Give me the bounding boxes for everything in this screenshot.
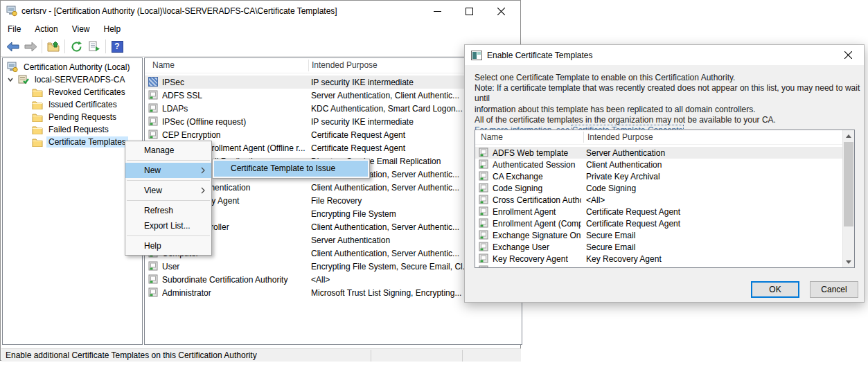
titlebar[interactable]: certsrv - [Certification Authority (Loca…: [1, 1, 520, 21]
maximize-icon: [466, 8, 473, 15]
ok-button[interactable]: OK: [751, 281, 799, 298]
table-row[interactable]: Code SigningCode Signing: [475, 182, 842, 194]
menu-item-new[interactable]: New: [125, 163, 211, 178]
scrollbar-thumb[interactable]: [844, 142, 853, 226]
table-row[interactable]: Cross Certification Authority<All>: [475, 194, 842, 206]
menu-item-view[interactable]: View: [125, 183, 211, 198]
back-arrow-icon: [6, 42, 19, 52]
cell-name: ADFS SSL: [162, 91, 306, 100]
menu-item-label: Export List...: [144, 221, 191, 231]
certsrv-window: certsrv - [Certification Authority (Loca…: [0, 0, 521, 361]
tree-item-root[interactable]: Certification Authority (Local): [7, 61, 132, 73]
folder-icon: [32, 88, 43, 97]
console-tree-button[interactable]: [44, 38, 62, 55]
minimize-button[interactable]: [421, 1, 453, 21]
template-icon: [148, 103, 158, 113]
dialog-description: Select one Certificate Template to enabl…: [475, 73, 864, 136]
status-separator: [462, 350, 463, 362]
template-icon: [479, 171, 488, 181]
cell-name: Enrollment Agent (Computer): [493, 219, 581, 229]
console-tree-pane: Certification Authority (Local) local-SE…: [2, 57, 143, 345]
dialog-titlebar[interactable]: Enable Certificate Templates: [465, 45, 864, 65]
template-icon: [479, 159, 488, 169]
chevron-down-icon[interactable]: [7, 76, 14, 83]
table-row[interactable]: Exchange UserSecure Email: [475, 241, 842, 253]
tree-label: Certification Authority (Local): [21, 62, 132, 73]
cell-name: IPSec (Offline request): [162, 117, 306, 127]
menu-item-export-list[interactable]: Export List...: [125, 218, 211, 233]
menubar: File Action View Help: [1, 21, 520, 37]
folder-up-icon: [47, 41, 60, 52]
close-icon: [844, 51, 852, 59]
refresh-button[interactable]: [67, 38, 85, 55]
minimize-icon: [434, 8, 441, 15]
template-icon: [148, 90, 158, 100]
scroll-down-button[interactable]: [843, 256, 854, 267]
description-line: Select one Certificate Template to enabl…: [475, 73, 864, 83]
description-line: information about this template has been…: [475, 105, 864, 115]
cell-name: Subordinate Certification Authority: [162, 275, 306, 285]
table-row[interactable]: Enrollment AgentCertificate Request Agen…: [475, 206, 842, 217]
tree-item-failed-requests[interactable]: Failed Requests: [32, 123, 111, 136]
tree-item-ca[interactable]: local-SERVERADFS-CA: [7, 73, 127, 86]
dialog-close-button[interactable]: [833, 45, 862, 65]
menu-item-certificate-template-to-issue[interactable]: Certificate Template to Issue: [214, 161, 368, 177]
table-row[interactable]: Key Recovery AgentKey Recovery Agent: [475, 253, 842, 265]
tree-item-revoked-certificates[interactable]: Revoked Certificates: [32, 86, 127, 98]
scroll-up-button[interactable]: [843, 130, 854, 141]
table-row[interactable]: CA ExchangePrivate Key Archival: [475, 170, 842, 182]
menu-help[interactable]: Help: [97, 22, 128, 36]
menu-view[interactable]: View: [65, 22, 97, 36]
forward-button[interactable]: [21, 38, 39, 55]
cell-name: Enrollment Agent: [493, 207, 581, 217]
header-underline: [475, 144, 842, 145]
menu-file[interactable]: File: [1, 22, 28, 36]
vertical-scrollbar[interactable]: [842, 130, 854, 267]
column-header-name[interactable]: Name: [152, 58, 175, 73]
menu-separator: [127, 235, 210, 236]
export-list-button[interactable]: [85, 38, 103, 55]
status-bar: Enable additional Certificate Templates …: [1, 348, 521, 362]
cell-name: CEP Encryption: [162, 130, 306, 140]
table-row[interactable]: Exchange Signature OnlySecure Email: [475, 229, 842, 241]
column-header-intended-purpose[interactable]: Intended Purpose: [312, 58, 378, 73]
cell-name: IPSec: [162, 78, 306, 87]
dialog-window-icon: [471, 51, 482, 60]
column-header-intended-purpose[interactable]: Intended Purpose: [587, 130, 653, 144]
maximize-button[interactable]: [453, 1, 485, 21]
ca-server-icon: [18, 74, 29, 85]
tree-item-pending-requests[interactable]: Pending Requests: [32, 111, 118, 123]
submenu-arrow-icon: [201, 167, 205, 174]
table-row[interactable]: Enrollment Agent (Computer)Certificate R…: [475, 217, 842, 229]
table-row[interactable]: OCSP Response SigningOCSP Signing: [475, 265, 842, 268]
table-row[interactable]: Authenticated SessionClient Authenticati…: [475, 159, 842, 170]
menu-item-help[interactable]: Help: [125, 238, 211, 253]
cell-name: Exchange Signature Only: [493, 231, 581, 240]
tree-label: local-SERVERADFS-CA: [33, 74, 127, 85]
back-button[interactable]: [3, 38, 21, 55]
menu-separator: [127, 180, 210, 181]
menu-separator: [127, 160, 210, 161]
table-row[interactable]: ADFS Web templateServer Authentication: [475, 147, 842, 159]
menu-action[interactable]: Action: [28, 22, 64, 36]
cell-purpose: <All>: [586, 195, 835, 205]
tree-item-issued-certificates[interactable]: Issued Certificates: [32, 98, 119, 111]
cell-name: LDAPs: [162, 104, 306, 114]
template-icon: [148, 261, 158, 271]
template-icon: [479, 265, 488, 268]
tree-item-certificate-templates[interactable]: Certificate Templates: [32, 136, 128, 148]
close-icon: [497, 8, 505, 15]
certsrv-app-icon: [6, 6, 17, 17]
column-divider[interactable]: [583, 132, 584, 143]
menu-item-refresh[interactable]: Refresh: [125, 203, 211, 218]
toolbar-separator: [105, 39, 106, 53]
close-button[interactable]: [485, 1, 517, 21]
menu-item-manage[interactable]: Manage: [125, 143, 211, 158]
column-header-name[interactable]: Name: [481, 130, 503, 144]
help-button[interactable]: ?: [108, 38, 126, 55]
column-divider[interactable]: [308, 60, 309, 71]
cancel-button[interactable]: Cancel: [810, 281, 858, 298]
enable-certificate-templates-dialog: Enable Certificate Templates Select one …: [464, 44, 865, 303]
template-icon: [148, 287, 158, 297]
screen: certsrv - [Certification Authority (Loca…: [0, 0, 868, 365]
